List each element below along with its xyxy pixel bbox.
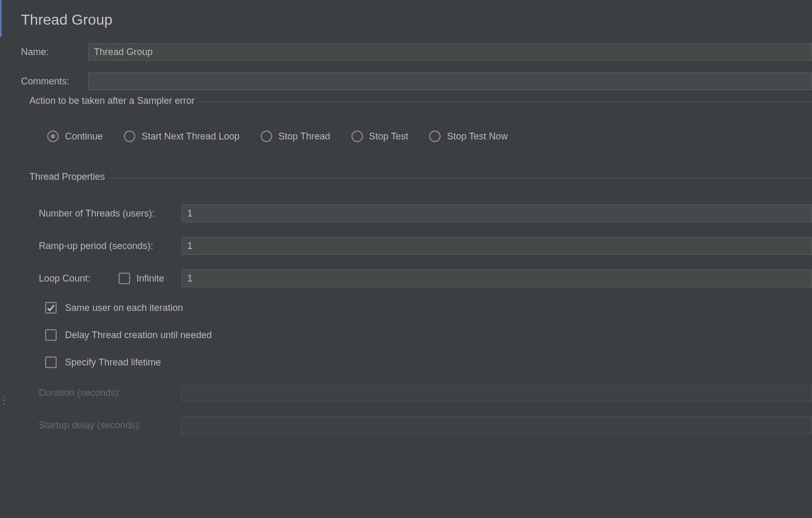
delay-creation-label: Delay Thread creation until needed bbox=[65, 330, 212, 341]
specify-lifetime-label: Specify Thread lifetime bbox=[65, 357, 161, 368]
delay-creation-checkbox[interactable] bbox=[45, 329, 57, 341]
same-user-checkbox[interactable] bbox=[45, 302, 57, 314]
comments-input[interactable] bbox=[88, 72, 812, 90]
comments-label: Comments: bbox=[21, 76, 88, 87]
radio-continue[interactable]: Continue bbox=[47, 131, 103, 142]
num-threads-row: Number of Threads (users): bbox=[39, 204, 812, 222]
num-threads-input[interactable] bbox=[181, 204, 812, 222]
radio-icon bbox=[124, 131, 135, 142]
specify-lifetime-row: Specify Thread lifetime bbox=[39, 357, 812, 368]
startup-delay-input bbox=[181, 416, 812, 434]
loop-count-label: Loop Count: bbox=[39, 273, 119, 284]
thread-group-panel: Thread Group Name: Comments: Action to b… bbox=[12, 0, 812, 518]
left-edge bbox=[0, 0, 3, 518]
radio-stop-thread-label: Stop Thread bbox=[279, 131, 330, 142]
ramp-up-label: Ramp-up period (seconds): bbox=[39, 241, 181, 252]
radio-stop-thread[interactable]: Stop Thread bbox=[261, 131, 330, 142]
startup-delay-row: Startup delay (seconds): bbox=[39, 416, 812, 434]
num-threads-label: Number of Threads (users): bbox=[39, 208, 181, 219]
infinite-wrap: Infinite bbox=[119, 273, 181, 284]
drag-handle-dots-icon[interactable] bbox=[3, 396, 5, 405]
same-user-label: Same user on each iteration bbox=[65, 303, 183, 314]
duration-label: Duration (seconds): bbox=[39, 387, 181, 398]
name-input[interactable] bbox=[88, 43, 812, 61]
radio-start-next-label: Start Next Thread Loop bbox=[142, 131, 240, 142]
duration-input bbox=[181, 384, 812, 402]
delay-creation-row: Delay Thread creation until needed bbox=[39, 329, 812, 341]
radio-stop-test-now[interactable]: Stop Test Now bbox=[429, 131, 508, 142]
radio-icon bbox=[429, 131, 441, 142]
radio-start-next[interactable]: Start Next Thread Loop bbox=[124, 131, 240, 142]
comments-row: Comments: bbox=[21, 72, 812, 90]
infinite-label: Infinite bbox=[136, 273, 164, 284]
same-user-row: Same user on each iteration bbox=[39, 302, 812, 314]
duration-row: Duration (seconds): bbox=[39, 384, 812, 402]
thread-properties-legend: Thread Properties bbox=[26, 171, 108, 182]
loop-count-row: Loop Count: Infinite bbox=[39, 269, 812, 287]
thread-properties-body: Number of Threads (users): Ramp-up perio… bbox=[21, 178, 812, 434]
radio-icon bbox=[351, 131, 363, 142]
startup-delay-label: Startup delay (seconds): bbox=[39, 420, 181, 431]
error-action-radios: Continue Start Next Thread Loop Stop Thr… bbox=[21, 102, 812, 170]
thread-properties-fieldset: Thread Properties Number of Threads (use… bbox=[21, 178, 812, 434]
radio-icon bbox=[261, 131, 272, 142]
ramp-up-row: Ramp-up period (seconds): bbox=[39, 237, 812, 255]
loop-count-input[interactable] bbox=[181, 269, 812, 287]
error-action-legend: Action to be taken after a Sampler error bbox=[26, 95, 198, 106]
name-label: Name: bbox=[21, 47, 88, 58]
infinite-checkbox[interactable] bbox=[119, 273, 130, 284]
left-accent-bar bbox=[0, 0, 2, 37]
name-row: Name: bbox=[21, 43, 812, 61]
error-action-fieldset: Action to be taken after a Sampler error… bbox=[21, 102, 812, 170]
radio-icon bbox=[47, 131, 59, 142]
ramp-up-input[interactable] bbox=[181, 237, 812, 255]
panel-title: Thread Group bbox=[21, 12, 812, 28]
radio-stop-test-label: Stop Test bbox=[369, 131, 409, 142]
radio-stop-test[interactable]: Stop Test bbox=[351, 131, 409, 142]
specify-lifetime-checkbox[interactable] bbox=[45, 357, 57, 368]
radio-stop-test-now-label: Stop Test Now bbox=[447, 131, 508, 142]
radio-continue-label: Continue bbox=[65, 131, 103, 142]
